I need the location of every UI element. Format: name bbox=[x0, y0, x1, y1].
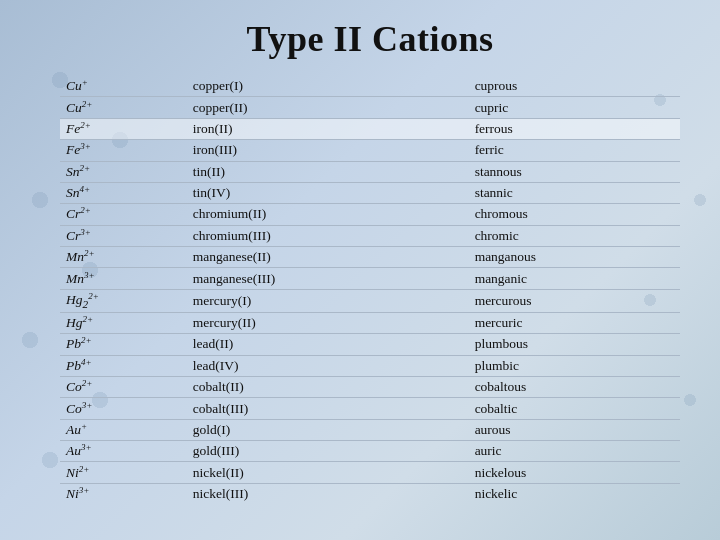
iupac-cell: mercury(II) bbox=[187, 312, 469, 333]
formula-cell: Cu2+ bbox=[60, 97, 187, 118]
formula-cell: Pb4+ bbox=[60, 355, 187, 376]
iupac-cell: tin(IV) bbox=[187, 182, 469, 203]
iupac-cell: gold(I) bbox=[187, 419, 469, 440]
cations-table: Cu+copper(I)cuprousCu2+copper(II)cupricF… bbox=[60, 76, 680, 504]
table-row: Cu+copper(I)cuprous bbox=[60, 76, 680, 97]
table-row: Hg22+mercury(I)mercurous bbox=[60, 289, 680, 312]
common-name-cell: cupric bbox=[469, 97, 680, 118]
table-row: Sn4+tin(IV)stannic bbox=[60, 182, 680, 203]
formula-cell: Co2+ bbox=[60, 376, 187, 397]
table-row: Hg2+mercury(II)mercuric bbox=[60, 312, 680, 333]
formula-cell: Fe2+ bbox=[60, 118, 187, 139]
table-row: Cr2+chromium(II)chromous bbox=[60, 204, 680, 225]
formula-cell: Cu+ bbox=[60, 76, 187, 97]
common-name-cell: plumbic bbox=[469, 355, 680, 376]
iupac-cell: cobalt(II) bbox=[187, 376, 469, 397]
common-name-cell: chromic bbox=[469, 225, 680, 246]
table-row: Ni3+nickel(III)nickelic bbox=[60, 483, 680, 504]
common-name-cell: aurous bbox=[469, 419, 680, 440]
common-name-cell: cobaltic bbox=[469, 398, 680, 419]
formula-cell: Cr3+ bbox=[60, 225, 187, 246]
iupac-cell: manganese(II) bbox=[187, 247, 469, 268]
formula-cell: Cr2+ bbox=[60, 204, 187, 225]
common-name-cell: manganous bbox=[469, 247, 680, 268]
table-row: Cu2+copper(II)cupric bbox=[60, 97, 680, 118]
iupac-cell: chromium(III) bbox=[187, 225, 469, 246]
common-name-cell: stannic bbox=[469, 182, 680, 203]
common-name-cell: cuprous bbox=[469, 76, 680, 97]
formula-cell: Hg22+ bbox=[60, 289, 187, 312]
formula-cell: Co3+ bbox=[60, 398, 187, 419]
common-name-cell: nickelic bbox=[469, 483, 680, 504]
table-row: Fe2+iron(II)ferrous bbox=[60, 118, 680, 139]
common-name-cell: chromous bbox=[469, 204, 680, 225]
common-name-cell: stannous bbox=[469, 161, 680, 182]
table-row: Au+gold(I)aurous bbox=[60, 419, 680, 440]
formula-cell: Mn2+ bbox=[60, 247, 187, 268]
table-row: Co2+cobalt(II)cobaltous bbox=[60, 376, 680, 397]
formula-cell: Au+ bbox=[60, 419, 187, 440]
iupac-cell: nickel(III) bbox=[187, 483, 469, 504]
iupac-cell: chromium(II) bbox=[187, 204, 469, 225]
table-row: Cr3+chromium(III)chromic bbox=[60, 225, 680, 246]
common-name-cell: manganic bbox=[469, 268, 680, 289]
formula-cell: Pb2+ bbox=[60, 334, 187, 355]
table-row: Fe3+iron(III)ferric bbox=[60, 140, 680, 161]
table-row: Mn2+manganese(II)manganous bbox=[60, 247, 680, 268]
iupac-cell: nickel(II) bbox=[187, 462, 469, 483]
formula-cell: Ni3+ bbox=[60, 483, 187, 504]
page-title: Type II Cations bbox=[60, 18, 680, 60]
common-name-cell: ferrous bbox=[469, 118, 680, 139]
formula-cell: Hg2+ bbox=[60, 312, 187, 333]
formula-cell: Au3+ bbox=[60, 441, 187, 462]
iupac-cell: lead(II) bbox=[187, 334, 469, 355]
common-name-cell: ferric bbox=[469, 140, 680, 161]
table-row: Sn2+tin(II)stannous bbox=[60, 161, 680, 182]
formula-cell: Fe3+ bbox=[60, 140, 187, 161]
iupac-cell: mercury(I) bbox=[187, 289, 469, 312]
formula-cell: Sn4+ bbox=[60, 182, 187, 203]
common-name-cell: mercurous bbox=[469, 289, 680, 312]
table-row: Mn3+manganese(III)manganic bbox=[60, 268, 680, 289]
iupac-cell: manganese(III) bbox=[187, 268, 469, 289]
common-name-cell: plumbous bbox=[469, 334, 680, 355]
main-content: Type II Cations Cu+copper(I)cuprousCu2+c… bbox=[0, 0, 720, 514]
formula-cell: Sn2+ bbox=[60, 161, 187, 182]
common-name-cell: mercuric bbox=[469, 312, 680, 333]
table-row: Pb4+lead(IV)plumbic bbox=[60, 355, 680, 376]
table-row: Pb2+lead(II)plumbous bbox=[60, 334, 680, 355]
iupac-cell: lead(IV) bbox=[187, 355, 469, 376]
formula-cell: Ni2+ bbox=[60, 462, 187, 483]
iupac-cell: gold(III) bbox=[187, 441, 469, 462]
common-name-cell: auric bbox=[469, 441, 680, 462]
iupac-cell: cobalt(III) bbox=[187, 398, 469, 419]
iupac-cell: tin(II) bbox=[187, 161, 469, 182]
common-name-cell: cobaltous bbox=[469, 376, 680, 397]
iupac-cell: iron(II) bbox=[187, 118, 469, 139]
table-row: Au3+gold(III)auric bbox=[60, 441, 680, 462]
iupac-cell: copper(I) bbox=[187, 76, 469, 97]
iupac-cell: copper(II) bbox=[187, 97, 469, 118]
iupac-cell: iron(III) bbox=[187, 140, 469, 161]
table-row: Ni2+nickel(II)nickelous bbox=[60, 462, 680, 483]
common-name-cell: nickelous bbox=[469, 462, 680, 483]
formula-cell: Mn3+ bbox=[60, 268, 187, 289]
table-row: Co3+cobalt(III)cobaltic bbox=[60, 398, 680, 419]
